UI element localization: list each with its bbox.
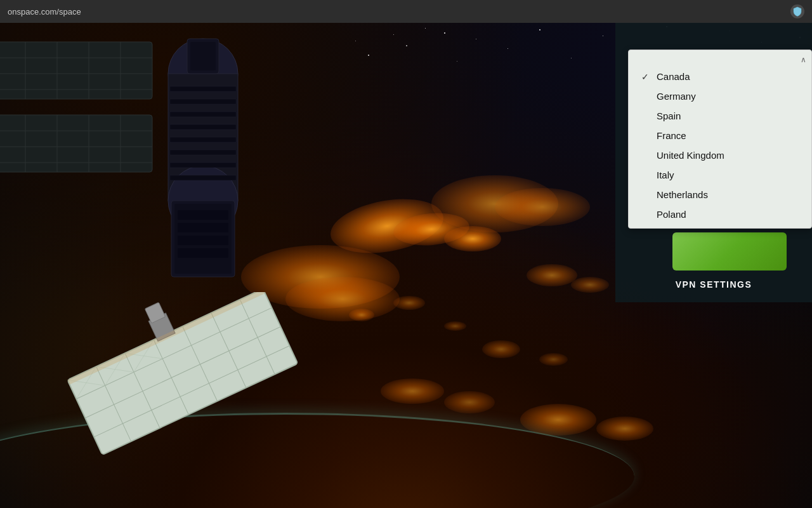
dropdown-item-italy[interactable]: Italy [629, 165, 811, 185]
checkmark-icon: ✓ [641, 72, 652, 82]
dropdown-item-germany[interactable]: Germany [629, 86, 811, 106]
svg-rect-35 [67, 292, 298, 455]
dropdown-item-netherlands[interactable]: Netherlands [629, 185, 811, 204]
svg-rect-5 [170, 112, 236, 117]
svg-rect-33 [178, 236, 228, 245]
connect-button[interactable] [672, 232, 787, 271]
country-label: Germany [657, 91, 696, 102]
svg-rect-13 [0, 42, 152, 99]
dropdown-item-spain[interactable]: Spain [629, 106, 811, 126]
svg-rect-34 [178, 248, 228, 258]
svg-rect-7 [170, 137, 236, 142]
shield-icon[interactable] [790, 4, 804, 18]
dropdown-items: ✓CanadaGermanySpainFranceUnited KingdomI… [629, 67, 811, 224]
svg-rect-10 [170, 175, 236, 180]
country-label: Italy [657, 170, 674, 180]
url-bar[interactable]: onspace.com/space [8, 7, 804, 17]
country-label: Poland [657, 209, 686, 220]
svg-rect-9 [170, 163, 236, 168]
country-dropdown[interactable]: ∧ ✓CanadaGermanySpainFranceUnited Kingdo… [628, 50, 812, 229]
country-label: United Kingdom [657, 150, 724, 161]
svg-rect-3 [170, 86, 236, 91]
dropdown-item-united-kingdom[interactable]: United Kingdom [629, 145, 811, 165]
svg-rect-8 [170, 150, 236, 155]
browser-toolbar: onspace.com/space [0, 0, 812, 23]
vpn-settings-label: VPN SETTINGS [615, 279, 812, 290]
dropdown-item-poland[interactable]: Poland [629, 204, 811, 224]
country-label: France [657, 130, 686, 141]
svg-rect-31 [178, 210, 228, 220]
main-content: ∧ ✓CanadaGermanySpainFranceUnited Kingdo… [0, 23, 812, 508]
country-label: Canada [657, 71, 690, 82]
country-label: Spain [657, 110, 681, 121]
svg-rect-21 [0, 115, 152, 172]
dropdown-item-france[interactable]: France [629, 126, 811, 145]
solar-panel-bottom [63, 292, 304, 457]
space-station [0, 23, 400, 328]
svg-rect-4 [170, 99, 236, 104]
svg-rect-6 [170, 124, 236, 130]
svg-rect-12 [190, 42, 216, 70]
svg-rect-32 [178, 223, 228, 232]
vpn-panel: ∧ ✓CanadaGermanySpainFranceUnited Kingdo… [615, 23, 812, 302]
country-label: Netherlands [657, 189, 708, 200]
dropdown-item-canada[interactable]: ✓Canada [629, 67, 811, 86]
